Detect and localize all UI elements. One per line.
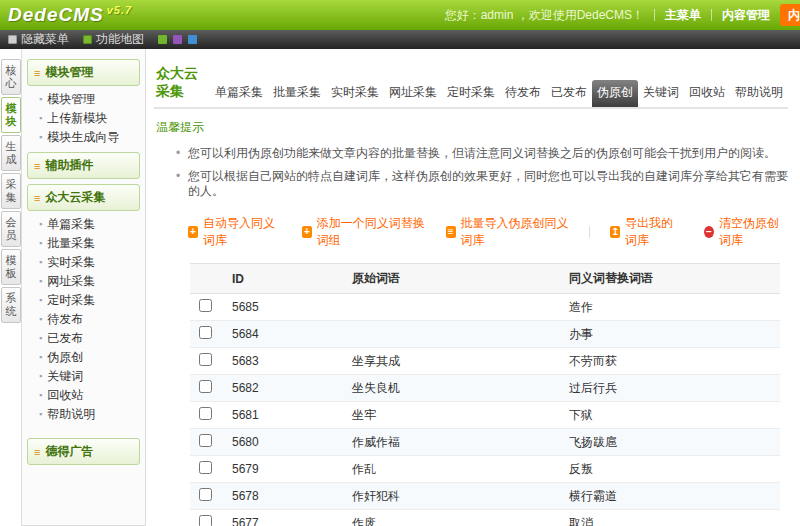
- row-checkbox[interactable]: [199, 407, 212, 420]
- sidebar-item-help[interactable]: 帮助说明: [26, 405, 141, 424]
- version-badge: v5.7: [107, 4, 132, 16]
- menu-bars-icon: ≡: [34, 193, 40, 203]
- cell-original: [344, 321, 561, 348]
- tab-timed-collect[interactable]: 定时采集: [442, 80, 500, 107]
- cell-original: 坐牢: [344, 402, 561, 429]
- import-icon: ≡: [446, 226, 456, 238]
- header-id: ID: [224, 264, 344, 294]
- main-menu-link[interactable]: 主菜单: [665, 7, 701, 24]
- section-module-manage[interactable]: ≡模块管理: [27, 59, 140, 86]
- table-row: 5678 作奸犯科 横行霸道: [190, 483, 780, 510]
- hide-menu-button[interactable]: 隐藏菜单: [8, 31, 69, 48]
- shortcut-blue-icon[interactable]: [188, 35, 197, 44]
- content-wrap: 核心 模块 生成 采集 会员 模板 系统 ≡模块管理 模块管理 上传新模块 模块…: [0, 49, 800, 526]
- cell-original: [344, 294, 561, 321]
- tab-help[interactable]: 帮助说明: [730, 80, 788, 107]
- row-checkbox[interactable]: [199, 515, 212, 526]
- batch-import-thesaurus-link[interactable]: ≡批量导入伪原创同义词库: [446, 215, 570, 249]
- cell-replacement: 不劳而获: [561, 348, 780, 375]
- content-manage-link[interactable]: 内容管理: [722, 7, 770, 24]
- sidebar-item-url-collect[interactable]: 网址采集: [26, 272, 141, 291]
- section-dede-ads[interactable]: ≡德得广告: [27, 438, 140, 465]
- side-tab-collect[interactable]: 采集: [1, 173, 21, 209]
- side-tab-member[interactable]: 会员: [1, 211, 21, 247]
- tab-pseudo-original[interactable]: 伪原创: [592, 80, 638, 107]
- tab-recycle-bin[interactable]: 回收站: [684, 80, 730, 107]
- section-helper-plugins[interactable]: ≡辅助插件: [27, 152, 140, 179]
- top-header: DedeCMSv5.7 您好：admin ，欢迎使用DedeCMS！ 主菜单 内…: [0, 0, 800, 30]
- table-row: 5680 作威作福 飞扬跋扈: [190, 429, 780, 456]
- synonym-table: ID 原始词语 同义词替换词语 5685 造作 5684 办事: [190, 263, 780, 526]
- topbar-right: 您好：admin ，欢迎使用DedeCMS！ 主菜单 内容管理 内容: [445, 0, 800, 30]
- sidebar-item-published[interactable]: 已发布: [26, 329, 141, 348]
- shortcut-purple-icon[interactable]: [173, 35, 182, 44]
- row-checkbox[interactable]: [199, 461, 212, 474]
- function-map-button[interactable]: 功能地图: [83, 31, 144, 48]
- sidebar-item-single-collect[interactable]: 单篇采集: [26, 215, 141, 234]
- plus-icon: +: [302, 226, 312, 238]
- sidebar-item-module-wizard[interactable]: 模块生成向导: [26, 128, 141, 147]
- sidebar-item-batch-collect[interactable]: 批量采集: [26, 234, 141, 253]
- divider: [589, 226, 590, 238]
- module-tab-strip: 核心 模块 生成 采集 会员 模板 系统: [0, 49, 21, 526]
- side-tab-system[interactable]: 系统: [1, 287, 21, 323]
- add-synonym-group-link[interactable]: +添加一个同义词替换词组: [302, 215, 426, 249]
- sidebar-item-keywords[interactable]: 关键词: [26, 367, 141, 386]
- cell-original: 作奸犯科: [344, 483, 561, 510]
- sidebar-item-pending[interactable]: 待发布: [26, 310, 141, 329]
- plus-icon: +: [188, 226, 198, 238]
- tab-realtime-collect[interactable]: 实时采集: [326, 80, 384, 107]
- side-tab-template[interactable]: 模板: [1, 249, 21, 285]
- sidebar-item-upload-module[interactable]: 上传新模块: [26, 109, 141, 128]
- menu-bars-icon: ≡: [34, 447, 40, 457]
- row-checkbox[interactable]: [199, 488, 212, 501]
- side-tab-module[interactable]: 模块: [1, 97, 21, 133]
- tab-published[interactable]: 已发布: [546, 80, 592, 107]
- cell-id: 5684: [224, 321, 344, 348]
- tab-pending[interactable]: 待发布: [500, 80, 546, 107]
- sidebar-item-realtime-collect[interactable]: 实时采集: [26, 253, 141, 272]
- cell-replacement: 取消: [561, 510, 780, 526]
- cell-id: 5678: [224, 483, 344, 510]
- row-checkbox[interactable]: [199, 299, 212, 312]
- divider: [711, 9, 712, 21]
- table-row: 5684 办事: [190, 321, 780, 348]
- cell-replacement: 下狱: [561, 402, 780, 429]
- sidebar-item-pseudo-original[interactable]: 伪原创: [26, 348, 141, 367]
- section-cloud-collect[interactable]: ≡众大云采集: [27, 184, 140, 211]
- side-tab-core[interactable]: 核心: [1, 59, 21, 95]
- tab-single-collect[interactable]: 单篇采集: [210, 80, 268, 107]
- user-greeting: 您好：admin ，欢迎使用DedeCMS！: [445, 7, 644, 24]
- content-menu-partial-link[interactable]: 内容: [780, 4, 800, 26]
- cell-original: 作废: [344, 510, 561, 526]
- menu-bars-icon: ≡: [34, 68, 40, 78]
- cell-id: 5680: [224, 429, 344, 456]
- row-checkbox[interactable]: [199, 353, 212, 366]
- cell-replacement: 飞扬跋扈: [561, 429, 780, 456]
- tab-url-collect[interactable]: 网址采集: [384, 80, 442, 107]
- auto-import-thesaurus-link[interactable]: +自动导入同义词库: [188, 215, 282, 249]
- table-row: 5681 坐牢 下狱: [190, 402, 780, 429]
- sidebar-item-timed-collect[interactable]: 定时采集: [26, 291, 141, 310]
- cell-replacement: 办事: [561, 321, 780, 348]
- tab-keywords[interactable]: 关键词: [638, 80, 684, 107]
- header-original: 原始词语: [344, 264, 561, 294]
- cell-replacement: 反叛: [561, 456, 780, 483]
- row-checkbox[interactable]: [199, 326, 212, 339]
- table-header-row: ID 原始词语 同义词替换词语: [190, 264, 780, 294]
- cell-original: 作乱: [344, 456, 561, 483]
- cell-id: 5685: [224, 294, 344, 321]
- sidebar-item-recycle-bin[interactable]: 回收站: [26, 386, 141, 405]
- table-row: 5683 坐享其成 不劳而获: [190, 348, 780, 375]
- sidebar-item-module-manage[interactable]: 模块管理: [26, 90, 141, 109]
- map-icon: [83, 35, 92, 44]
- export-thesaurus-link[interactable]: ↥导出我的词库: [610, 215, 684, 249]
- side-tab-generate[interactable]: 生成: [1, 135, 21, 171]
- table-row: 5682 坐失良机 过后行兵: [190, 375, 780, 402]
- shortcut-green-icon[interactable]: [158, 35, 167, 44]
- row-checkbox[interactable]: [199, 380, 212, 393]
- cell-id: 5677: [224, 510, 344, 526]
- tab-batch-collect[interactable]: 批量采集: [268, 80, 326, 107]
- clear-thesaurus-link[interactable]: −清空伪原创词库: [704, 215, 788, 249]
- row-checkbox[interactable]: [199, 434, 212, 447]
